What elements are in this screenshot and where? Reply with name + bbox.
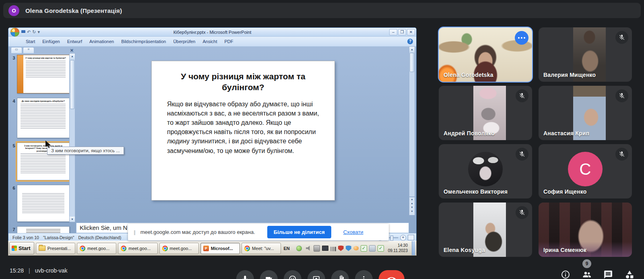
participant-count-badge: 9 bbox=[582, 259, 591, 268]
slide-thumbnail-6[interactable]: 6 bbox=[11, 185, 70, 222]
more-options-button[interactable] bbox=[515, 31, 528, 45]
taskbar-item-meet-2[interactable]: meet.goo... bbox=[118, 243, 157, 254]
tab-gliederung[interactable]: ≡ bbox=[23, 47, 34, 53]
scroll-up-icon[interactable]: ▲ bbox=[70, 54, 75, 59]
network-signal-icon[interactable] bbox=[330, 247, 336, 251]
reactions-button[interactable] bbox=[284, 270, 301, 279]
tab-animationen[interactable]: Animationen bbox=[86, 38, 118, 45]
tab-einfuegen[interactable]: Einfügen bbox=[39, 38, 63, 45]
powerpoint-titlebar[interactable]: ↶ ↻ ▾ Кібербулінг.pptx - Microsoft Power… bbox=[8, 28, 416, 37]
present-button[interactable] bbox=[308, 270, 325, 279]
tab-bildschirmpraesentation[interactable]: Bildschirmpräsentation bbox=[118, 38, 169, 45]
presenter-banner-title: Olena Gorodetska (Презентація) bbox=[25, 7, 122, 14]
thumbnail-tooltip: З ким поговорити, якщо хтось ... bbox=[47, 147, 124, 155]
slide-title: У чому різниця між жартом та булінгом? bbox=[167, 71, 319, 93]
tab-ueberpruefen[interactable]: Überprüfen bbox=[169, 38, 199, 45]
taskbar-item-powerpoint[interactable]: P Microsof... bbox=[200, 243, 240, 254]
mic-muted-icon bbox=[516, 148, 528, 161]
tab-start[interactable]: Start bbox=[22, 38, 39, 45]
participant-tile-anastasiya[interactable]: Анастасия Крип bbox=[539, 86, 632, 140]
close-button[interactable]: ✕ bbox=[407, 29, 415, 35]
meeting-panels: 9 bbox=[561, 270, 634, 279]
system-tray: EN ✓ ✓ 14:30 09.11.2023 bbox=[281, 241, 416, 255]
notification-text: meet.google.com має доступ до вашого екр… bbox=[140, 229, 255, 235]
tray-gray-icon[interactable] bbox=[369, 245, 376, 252]
people-button[interactable]: 9 bbox=[582, 270, 592, 279]
chrome-icon bbox=[244, 246, 250, 251]
slide-thumbnail-4[interactable]: 4 До яких наслідків призводить кібербулі… bbox=[11, 98, 70, 138]
design-name: "Larissa-Design" bbox=[43, 235, 74, 240]
avatar: C bbox=[568, 152, 603, 186]
hide-link[interactable]: Сховати bbox=[343, 229, 363, 235]
taskbar-clock[interactable]: 14:30 09.11.2023 bbox=[386, 243, 410, 253]
call-controls bbox=[236, 270, 405, 279]
volume-icon[interactable] bbox=[306, 246, 312, 251]
taskbar-item-meet-call[interactable]: Meet: "uv... bbox=[242, 243, 281, 254]
taskbar-item-meet-3[interactable]: meet.goo... bbox=[159, 243, 199, 254]
presenter-avatar: O bbox=[8, 5, 19, 16]
canvas-scrollbar-thumb[interactable] bbox=[410, 53, 414, 72]
powerpoint-window: ↶ ↻ ▾ Кібербулінг.pptx - Microsoft Power… bbox=[8, 27, 417, 242]
participant-tile-valeriya[interactable]: Валерия Мищенко bbox=[539, 27, 632, 82]
slide-thumbnail-3[interactable]: 3 У чому різниця між жартом та булінгом? bbox=[11, 55, 70, 93]
camera-button[interactable] bbox=[260, 270, 278, 279]
start-button[interactable]: Start bbox=[9, 242, 34, 254]
language-indicator[interactable]: EN bbox=[281, 246, 292, 251]
tab-folien[interactable]: ▭ bbox=[11, 47, 22, 53]
scroll-up-icon[interactable]: ▲ bbox=[409, 47, 415, 52]
minimize-button[interactable]: – bbox=[389, 29, 397, 35]
taskbar-item-folder[interactable]: Presentati... bbox=[36, 243, 75, 254]
update-check-icon[interactable]: ✓ bbox=[361, 245, 367, 252]
avatar bbox=[468, 152, 503, 186]
tab-entwurf[interactable]: Entwurf bbox=[64, 38, 86, 45]
tab-ansicht[interactable]: Ansicht bbox=[199, 38, 221, 45]
slide-counter: Folie 3 von 10 bbox=[12, 235, 39, 240]
sync-check-icon[interactable]: ✓ bbox=[378, 245, 384, 252]
slide-canvas[interactable]: У чому різниця між жартом та булінгом? Я… bbox=[151, 61, 335, 200]
pane-scrollbar-thumb[interactable] bbox=[70, 60, 74, 109]
mic-muted-icon bbox=[615, 89, 628, 102]
scroll-down-icon[interactable]: ▼ bbox=[70, 217, 75, 222]
security-shield-icon[interactable] bbox=[346, 246, 351, 251]
more-options-button[interactable] bbox=[355, 270, 373, 279]
slide-nav-buttons[interactable]: ▲▲▼▼ bbox=[409, 197, 415, 215]
presenter-banner: O Olena Gorodetska (Презентація) bbox=[3, 3, 641, 18]
participant-tile-iryna[interactable]: Ірина Семенюк bbox=[539, 203, 632, 257]
tray-orange-icon[interactable] bbox=[353, 246, 359, 250]
tray-app-icon[interactable] bbox=[296, 245, 302, 252]
slides-pane: ▭ ≡ ✕ 3 У чому різниця між жартом та бул… bbox=[10, 46, 75, 222]
canvas-scrollbar[interactable]: ▲ bbox=[409, 46, 415, 197]
participant-tile-andrey[interactable]: Андрей Поволяко bbox=[439, 86, 532, 140]
antivirus-shield-icon[interactable] bbox=[338, 246, 344, 251]
activities-button[interactable] bbox=[625, 270, 634, 279]
end-call-button[interactable] bbox=[379, 270, 405, 279]
ribbon-tabs: Start Einfügen Entwurf Animationen Bilds… bbox=[8, 37, 416, 47]
powerpoint-icon: P bbox=[203, 246, 209, 251]
zoom-in-button[interactable]: + bbox=[400, 235, 406, 241]
display-icon[interactable] bbox=[322, 246, 328, 251]
restore-button[interactable]: ❐ bbox=[398, 29, 406, 35]
microphone-button[interactable] bbox=[236, 270, 254, 279]
participant-tile-elena[interactable]: Elena Kosyuga bbox=[439, 203, 532, 257]
mic-muted-icon bbox=[516, 206, 528, 219]
shared-screen: ↶ ↻ ▾ Кібербулінг.pptx - Microsoft Power… bbox=[8, 27, 417, 256]
participant-tile-sofiya[interactable]: C София Ищенко bbox=[539, 144, 632, 198]
device-icon[interactable] bbox=[314, 245, 320, 252]
windows-taskbar: Start Presentati... meet.goo... meet.goo… bbox=[8, 241, 417, 256]
chat-button[interactable] bbox=[603, 270, 613, 279]
fit-to-window-icon[interactable] bbox=[408, 235, 414, 240]
tab-pdf[interactable]: PDF bbox=[221, 38, 237, 45]
show-desktop-button[interactable] bbox=[412, 241, 415, 255]
info-button[interactable] bbox=[561, 270, 570, 279]
pane-scrollbar[interactable]: ▲ ▼ bbox=[69, 53, 75, 222]
taskbar-item-meet-1[interactable]: meet.goo... bbox=[77, 243, 116, 254]
chrome-icon bbox=[121, 246, 126, 251]
help-icon[interactable]: ? bbox=[407, 39, 413, 44]
slide-body: Якщо ви відчуваєте образу або думаєте, щ… bbox=[167, 99, 319, 155]
drag-handle-icon[interactable]: || bbox=[134, 229, 135, 235]
pane-close-icon[interactable]: ✕ bbox=[70, 48, 74, 53]
participant-tile-olena[interactable]: Olena Gorodetska bbox=[439, 27, 532, 82]
stop-sharing-button[interactable]: Більше не ділитися bbox=[267, 226, 331, 238]
participant-tile-omelchenko[interactable]: Омельченко Виктория bbox=[439, 144, 532, 198]
raise-hand-button[interactable] bbox=[331, 270, 349, 279]
